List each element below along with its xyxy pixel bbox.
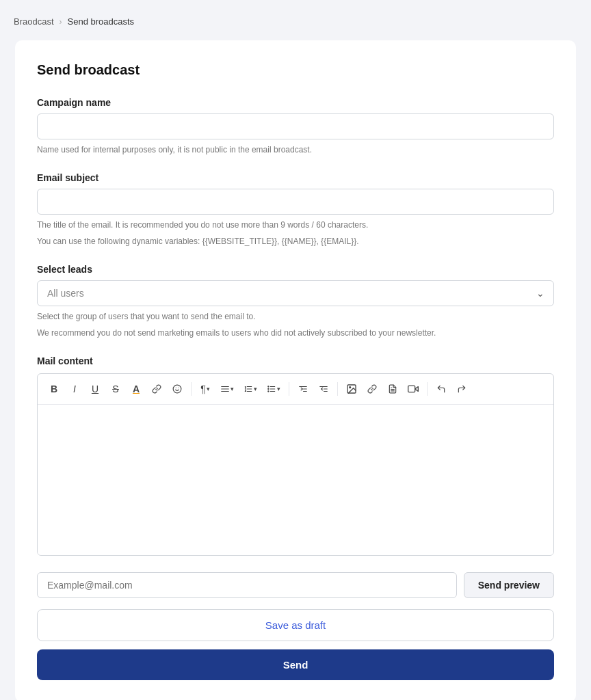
outdent-button[interactable] [314,379,333,399]
indent-button[interactable] [293,379,313,399]
hyperlink-button[interactable] [363,379,382,399]
editor-wrapper: B I U S A ¶▾ [37,373,554,556]
email-subject-label: Email subject [37,172,554,183]
select-leads-wrapper: All users ⌄ [37,280,554,306]
send-button[interactable]: Send [37,649,554,680]
editor-toolbar: B I U S A ¶▾ [38,374,553,405]
select-leads-hint-line1: Select the group of users that you want … [37,310,554,323]
editor-body[interactable] [38,405,553,555]
link-button[interactable] [147,379,166,399]
bold-button[interactable]: B [44,379,64,399]
email-subject-group: Email subject The title of the email. It… [37,172,554,247]
mail-content-group: Mail content B I U S A [37,355,554,556]
email-subject-input[interactable] [37,189,554,215]
email-subject-hint-line1: The title of the email. It is recommende… [37,219,554,231]
redo-button[interactable] [452,379,471,399]
select-leads-label: Select leads [37,264,554,275]
select-leads-group: Select leads All users ⌄ Select the grou… [37,264,554,339]
preview-email-input[interactable] [37,572,457,598]
campaign-name-group: Campaign name Name used for internal pur… [37,97,554,156]
mail-content-label: Mail content [37,355,554,366]
save-draft-button[interactable]: Save as draft [37,609,554,641]
paragraph-button[interactable]: ¶▾ [196,379,215,399]
toolbar-divider-3 [337,382,338,396]
toolbar-divider-4 [427,382,428,396]
underline-button[interactable]: U [86,379,105,399]
send-preview-button[interactable]: Send preview [464,572,554,598]
unordered-list-button[interactable]: ▾ [263,379,285,399]
svg-point-14 [268,391,269,392]
action-buttons: Save as draft Send [37,609,554,680]
undo-button[interactable] [432,379,451,399]
svg-point-13 [268,388,269,389]
breadcrumb-chevron-icon: › [60,17,62,27]
main-card: Send broadcast Campaign name Name used f… [15,40,576,700]
align-button[interactable]: ▾ [216,379,238,399]
toolbar-divider-2 [289,382,289,396]
select-leads-dropdown[interactable]: All users [37,280,554,306]
campaign-name-input[interactable] [37,113,554,139]
ordered-list-button[interactable]: ▾ [239,379,261,399]
preview-row: Send preview [37,572,554,598]
campaign-name-label: Campaign name [37,97,554,108]
image-button[interactable] [342,379,361,399]
svg-point-0 [173,385,181,393]
highlight-button[interactable]: A [127,379,146,399]
breadcrumb-parent[interactable]: Braodcast [14,16,54,27]
svg-point-22 [350,387,351,388]
svg-marker-25 [415,387,419,392]
italic-button[interactable]: I [65,379,84,399]
document-button[interactable] [383,379,402,399]
emoji-button[interactable] [168,379,187,399]
breadcrumb: Braodcast › Send broadcasts [14,16,577,27]
video-button[interactable] [404,379,423,399]
select-leads-hint-line2: We recommend you do not send marketing e… [37,327,554,339]
svg-point-12 [268,386,269,387]
page-title: Send broadcast [37,62,554,78]
svg-rect-26 [408,386,415,392]
toolbar-divider-1 [191,382,192,396]
campaign-name-hint: Name used for internal purposes only, it… [37,144,554,156]
breadcrumb-current: Send broadcasts [68,16,135,27]
strikethrough-button[interactable]: S [106,379,125,399]
email-subject-hint-line2: You can use the following dynamic variab… [37,235,554,247]
